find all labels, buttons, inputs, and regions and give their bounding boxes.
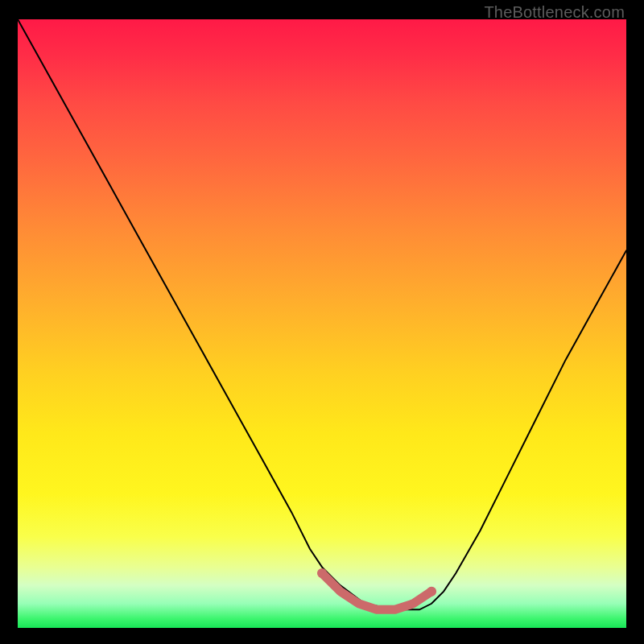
chart-container: TheBottleneck.com: [0, 0, 644, 644]
bottleneck-curve-path: [18, 19, 626, 609]
highlight-start-dot: [317, 568, 327, 578]
curve-layer: [18, 19, 626, 628]
bottom-highlight-path: [322, 573, 431, 609]
highlight-end-dot: [427, 587, 436, 597]
plot-area: [18, 19, 626, 628]
